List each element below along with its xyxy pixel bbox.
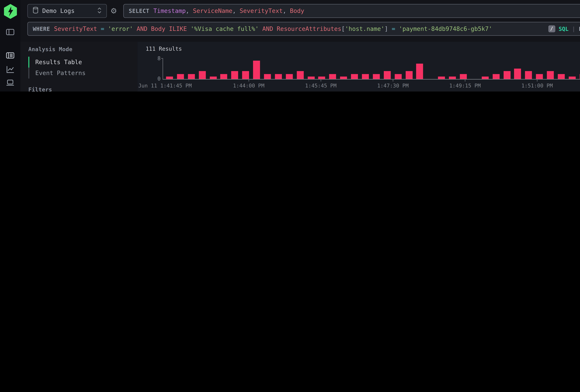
sessions-icon[interactable]: [6, 79, 14, 87]
results-panel: 111 Results Scanned Rows: 8192 8 0 Jun 1…: [138, 42, 580, 92]
histogram-bar[interactable]: [262, 58, 273, 79]
x-tick-label: 1:45:45 PM: [305, 82, 336, 88]
histogram-bar[interactable]: [545, 58, 556, 79]
mode-toggle-lucene[interactable]: Lucene: [579, 26, 580, 32]
histogram-bar[interactable]: [316, 58, 327, 79]
histogram-bar[interactable]: [295, 58, 305, 79]
histogram-bar[interactable]: [567, 58, 578, 79]
app-logo-icon[interactable]: [4, 4, 17, 19]
histogram-bar[interactable]: [523, 58, 534, 79]
histogram-bar[interactable]: [338, 58, 349, 79]
query-token: SeverityText: [240, 7, 283, 14]
y-axis-max-label: 8: [151, 55, 161, 61]
histogram-bar[interactable]: [218, 58, 229, 79]
histogram-bar[interactable]: [164, 58, 175, 79]
histogram-bar[interactable]: [469, 58, 480, 79]
histogram-bar[interactable]: [578, 58, 580, 79]
query-token: [: [341, 25, 345, 32]
x-tick-label: 1:47:30 PM: [377, 82, 409, 88]
where-keyword: WHERE: [33, 26, 50, 32]
slash-shortcut-badge: /: [548, 25, 555, 32]
query-token: ServiceName: [193, 7, 232, 14]
histogram-bar[interactable]: [208, 58, 219, 79]
histogram-bar[interactable]: [480, 58, 491, 79]
histogram-bar[interactable]: [436, 58, 447, 79]
histogram-bar[interactable]: [393, 58, 404, 79]
query-token: =: [392, 25, 395, 32]
app-window: ? U Demo Logs ⚙ SELECT Timestamp, Servic…: [0, 0, 580, 92]
database-icon: [33, 7, 38, 15]
source-select[interactable]: Demo Logs: [27, 4, 107, 18]
analysis-mode-heading: Analysis Mode: [28, 46, 130, 53]
query-token: 'payment-84db9748c6-gb5k7': [399, 25, 492, 32]
query-token: ,: [232, 7, 240, 14]
x-tick-label: 1:51:00 PM: [521, 82, 553, 88]
x-tick-mark: [465, 79, 465, 81]
query-token: AND ResourceAttributes: [259, 25, 341, 32]
query-token: =: [101, 25, 104, 32]
histogram-bar[interactable]: [414, 58, 425, 79]
histogram-bar[interactable]: [175, 58, 186, 79]
x-axis-tick-labels: Jun 11 1:41:45 PM1:44:00 PM1:45:45 PM1:4…: [162, 82, 580, 88]
gear-icon[interactable]: ⚙: [110, 6, 117, 15]
histogram-bar[interactable]: [327, 58, 338, 79]
histogram-bar[interactable]: [534, 58, 545, 79]
analysis-mode-tabs: Results TableEvent Patterns: [28, 57, 130, 79]
histogram-bar[interactable]: [229, 58, 240, 79]
query-token: ]: [384, 25, 388, 32]
histogram-bar[interactable]: [556, 58, 567, 79]
query-token: [104, 25, 108, 32]
mode-toggle-divider: |: [572, 26, 575, 32]
tab-event-patterns[interactable]: Event Patterns: [28, 68, 130, 79]
x-tick-mark: [321, 79, 321, 81]
results-count: 111 Results: [146, 46, 182, 52]
histogram-bar[interactable]: [458, 58, 469, 79]
histogram-bar[interactable]: [382, 58, 393, 79]
select-keyword: SELECT: [129, 8, 149, 14]
query-topbar: Demo Logs ⚙ SELECT Timestamp, ServiceNam…: [20, 0, 580, 42]
histogram-bar[interactable]: [447, 58, 458, 79]
x-tick-label: 1:44:00 PM: [233, 82, 265, 88]
histogram-bar[interactable]: [251, 58, 262, 79]
select-query-input[interactable]: SELECT Timestamp, ServiceName, SeverityT…: [123, 4, 580, 18]
x-tick-mark: [249, 79, 249, 81]
histogram-bar[interactable]: [305, 58, 316, 79]
histogram-bar[interactable]: [273, 58, 284, 79]
query-token: '%Visa cache full%': [190, 25, 259, 32]
scale-wrapper: ? U Demo Logs ⚙ SELECT Timestamp, Servic…: [0, 0, 580, 92]
histogram-bar[interactable]: [360, 58, 371, 79]
mode-toggle-sql[interactable]: SQL: [559, 26, 569, 32]
histogram-bar[interactable]: [512, 58, 523, 79]
log-search-icon[interactable]: [6, 51, 14, 60]
query-token: ,: [283, 7, 290, 14]
results-histogram: 8 0 Jun 11 1:41:45 PM1:44:00 PM1:45:45 P…: [138, 55, 580, 87]
histogram-bar[interactable]: [425, 58, 436, 79]
histogram-bar[interactable]: [197, 58, 208, 79]
histogram-bar[interactable]: [404, 58, 414, 79]
where-query-text: SeverityText = 'error' AND Body ILIKE '%…: [54, 25, 492, 32]
query-token: Timestamp: [153, 7, 186, 14]
filter-sidebar: Analysis Mode Results TableEvent Pattern…: [20, 42, 138, 92]
query-token: Body: [290, 7, 304, 14]
histogram-bar[interactable]: [240, 58, 251, 79]
histogram-bar[interactable]: [284, 58, 295, 79]
filters-heading: Filters: [28, 87, 130, 92]
histogram-bar[interactable]: [186, 58, 197, 79]
x-tick-mark: [393, 79, 393, 81]
chart-explorer-icon[interactable]: [6, 65, 14, 74]
sidebar-toggle-icon[interactable]: [6, 28, 14, 36]
histogram-bar[interactable]: [501, 58, 512, 79]
nav-rail: ? U: [0, 0, 21, 92]
tab-results-table[interactable]: Results Table: [28, 57, 130, 68]
query-token: [388, 25, 392, 32]
query-token: 'host.name': [345, 25, 385, 32]
histogram-plot-area[interactable]: [162, 58, 580, 79]
histogram-bar[interactable]: [349, 58, 360, 79]
histogram-bar[interactable]: [371, 58, 382, 79]
histogram-bar[interactable]: [491, 58, 501, 79]
query-token: AND Body ILIKE: [133, 25, 190, 32]
x-tick-label: Jun 11 1:41:45 PM: [138, 82, 192, 88]
where-query-input[interactable]: WHERE SeverityText = 'error' AND Body IL…: [27, 22, 580, 36]
query-token: ,: [186, 7, 193, 14]
query-token: SeverityText: [54, 25, 101, 32]
